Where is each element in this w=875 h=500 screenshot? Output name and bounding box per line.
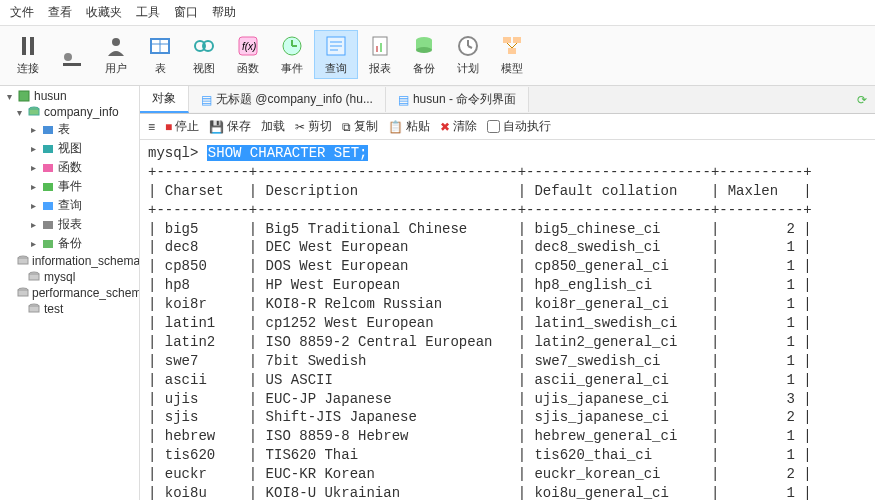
tree-connection[interactable]: ▾ husun [0, 88, 139, 104]
result-row: | koi8r | KOI8-R Relcom Russian | koi8r_… [148, 295, 867, 314]
tree-label: 查询 [58, 197, 82, 214]
svg-rect-48 [18, 290, 28, 296]
report-button-icon [367, 33, 393, 59]
folder-icon [41, 161, 55, 175]
svg-rect-41 [43, 221, 53, 229]
folder-icon [41, 142, 55, 156]
sql-terminal[interactable]: mysql> SHOW CHARACTER SET;+-----------+-… [140, 140, 875, 500]
tree-label: 函数 [58, 159, 82, 176]
svg-rect-36 [43, 126, 53, 134]
tree-schema-mysql[interactable]: mysql [0, 269, 139, 285]
copy-icon: ⧉ [342, 120, 351, 134]
table-button[interactable]: 表 [138, 30, 182, 79]
paste-button[interactable]: 📋粘贴 [388, 118, 430, 135]
tab-0[interactable]: 对象 [140, 86, 189, 113]
tree-database-label: company_info [44, 105, 119, 119]
toolbar-label: 查询 [325, 61, 347, 76]
connect-button-icon [15, 33, 41, 59]
menu-favorites[interactable]: 收藏夹 [86, 4, 122, 21]
tab-icon: ▤ [201, 93, 212, 107]
save-button[interactable]: 💾保存 [209, 118, 251, 135]
svg-rect-33 [19, 91, 29, 101]
folder-icon [41, 237, 55, 251]
refresh-button[interactable]: ⟳ [849, 89, 875, 111]
tree-label: mysql [44, 270, 75, 284]
hamburger-button[interactable]: ≡ [148, 120, 155, 134]
toolbar-label: 表 [155, 61, 166, 76]
sidebar[interactable]: ▾ husun ▾ company_info ▸表▸视图▸函数▸事件▸查询▸报表… [0, 86, 140, 500]
paste-icon: 📋 [388, 120, 403, 134]
toolbar-label: 计划 [457, 61, 479, 76]
sql-command: SHOW CHARACTER SET; [207, 145, 369, 161]
schema-icon [17, 286, 29, 300]
toolbar-label: 模型 [501, 61, 523, 76]
svg-rect-38 [43, 164, 53, 172]
new-button-icon [59, 48, 85, 74]
menu-file[interactable]: 文件 [10, 4, 34, 21]
svg-point-4 [112, 38, 120, 46]
menu-bar: 文件 查看 收藏夹 工具 窗口 帮助 [0, 0, 875, 26]
user-button[interactable]: 用户 [94, 30, 138, 79]
tree-schema-test[interactable]: test [0, 301, 139, 317]
schema-icon [27, 302, 41, 316]
table-button-icon [147, 33, 173, 59]
new-button[interactable] [50, 45, 94, 79]
tree-label: test [44, 302, 63, 316]
backup-button[interactable]: 备份 [402, 30, 446, 79]
cut-button[interactable]: ✂剪切 [295, 118, 332, 135]
tree-schema-performance_schema[interactable]: performance_schema [0, 285, 139, 301]
view-button[interactable]: 视图 [182, 30, 226, 79]
tree-label: 表 [58, 121, 70, 138]
schedule-button[interactable]: 计划 [446, 30, 490, 79]
result-row: | sjis | Shift-JIS Japanese | sjis_japan… [148, 408, 867, 427]
copy-button[interactable]: ⧉复制 [342, 118, 378, 135]
tree-label: information_schema [32, 254, 140, 268]
folder-icon [41, 180, 55, 194]
report-button[interactable]: 报表 [358, 30, 402, 79]
schedule-button-icon [455, 33, 481, 59]
tree-schema-information_schema[interactable]: information_schema [0, 253, 139, 269]
views-node[interactable]: ▸视图 [0, 139, 139, 158]
tab-label: husun - 命令列界面 [413, 91, 516, 108]
queries-node[interactable]: ▸查询 [0, 196, 139, 215]
menu-window[interactable]: 窗口 [174, 4, 198, 21]
menu-tools[interactable]: 工具 [136, 4, 160, 21]
menu-view[interactable]: 查看 [48, 4, 72, 21]
functions-node[interactable]: ▸函数 [0, 158, 139, 177]
stop-button[interactable]: ■停止 [165, 118, 199, 135]
load-button[interactable]: 加载 [261, 118, 285, 135]
toolbar-label: 视图 [193, 61, 215, 76]
tables-node[interactable]: ▸表 [0, 120, 139, 139]
connect-button[interactable]: 连接 [6, 30, 50, 79]
svg-rect-29 [513, 37, 521, 43]
model-button[interactable]: 模型 [490, 30, 534, 79]
auto-run-toggle[interactable]: 自动执行 [487, 118, 551, 135]
schema-icon [17, 254, 29, 268]
refresh-icon: ⟳ [857, 93, 867, 107]
result-row: | latin1 | cp1252 West European | latin1… [148, 314, 867, 333]
result-row: | tis620 | TIS620 Thai | tis620_thai_ci … [148, 446, 867, 465]
tab-2[interactable]: ▤husun - 命令列界面 [386, 87, 529, 112]
tree-label: 备份 [58, 235, 82, 252]
toolbar-label: 用户 [105, 61, 127, 76]
tab-1[interactable]: ▤无标题 @company_info (hu... [189, 87, 386, 112]
svg-rect-21 [380, 43, 382, 52]
menu-help[interactable]: 帮助 [212, 4, 236, 21]
tree-database[interactable]: ▾ company_info [0, 104, 139, 120]
result-row: | dec8 | DEC West European | dec8_swedis… [148, 238, 867, 257]
auto-run-checkbox[interactable] [487, 120, 500, 133]
schema-icon [27, 105, 41, 119]
function-button[interactable]: f(x)函数 [226, 30, 270, 79]
event-button[interactable]: 事件 [270, 30, 314, 79]
events-node[interactable]: ▸事件 [0, 177, 139, 196]
query-button[interactable]: 查询 [314, 30, 358, 79]
prompt: mysql> [148, 145, 198, 161]
svg-rect-44 [18, 258, 28, 264]
database-icon [17, 89, 31, 103]
clear-button[interactable]: ✖清除 [440, 118, 477, 135]
folder-icon [41, 199, 55, 213]
backups-node[interactable]: ▸备份 [0, 234, 139, 253]
result-row: | swe7 | 7bit Swedish | swe7_swedish_ci … [148, 352, 867, 371]
save-icon: 💾 [209, 120, 224, 134]
reports-node[interactable]: ▸报表 [0, 215, 139, 234]
